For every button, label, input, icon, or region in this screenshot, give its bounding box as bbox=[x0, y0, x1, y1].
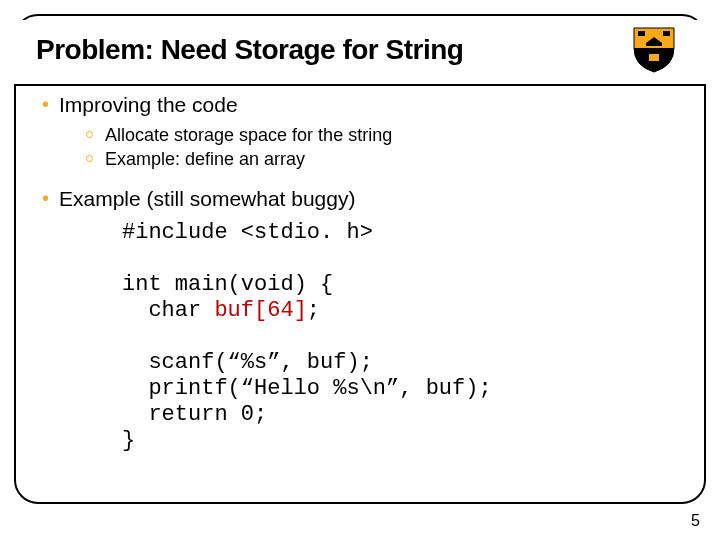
svg-rect-2 bbox=[649, 54, 659, 61]
bullet-level2: Example: define an array bbox=[86, 148, 678, 170]
bullet-text: Example (still somewhat buggy) bbox=[59, 186, 355, 212]
sub-bullet-list: Allocate storage space for the string Ex… bbox=[86, 124, 678, 170]
code-line: #include <stdio. h> bbox=[122, 220, 373, 245]
bullet-level1: • Improving the code bbox=[42, 92, 678, 118]
bullet-text: Example: define an array bbox=[105, 148, 305, 170]
code-line-suffix: ; bbox=[307, 298, 320, 323]
bullet-level2: Allocate storage space for the string bbox=[86, 124, 678, 146]
bullet-level1: • Example (still somewhat buggy) bbox=[42, 186, 678, 212]
code-highlight: buf[64] bbox=[214, 298, 306, 323]
bullet-circle-icon bbox=[86, 131, 93, 138]
bullet-text: Allocate storage space for the string bbox=[105, 124, 392, 146]
slide-frame: Problem: Need Storage for String • Impro… bbox=[14, 14, 706, 504]
code-block: #include <stdio. h> int main(void) { cha… bbox=[122, 220, 678, 454]
bullet-dot-icon: • bbox=[42, 92, 49, 116]
code-line: printf(“Hello %s\n”, buf); bbox=[122, 376, 492, 401]
code-line: return 0; bbox=[122, 402, 267, 427]
code-line: scanf(“%s”, buf); bbox=[122, 350, 373, 375]
slide-title: Problem: Need Storage for String bbox=[36, 34, 463, 66]
slide-content: • Improving the code Allocate storage sp… bbox=[42, 92, 678, 454]
bullet-dot-icon: • bbox=[42, 186, 49, 210]
page-number: 5 bbox=[691, 512, 700, 530]
svg-rect-1 bbox=[663, 31, 670, 36]
princeton-shield-icon bbox=[632, 26, 676, 74]
bullet-circle-icon bbox=[86, 155, 93, 162]
title-bar: Problem: Need Storage for String bbox=[14, 20, 706, 86]
code-line: int main(void) { bbox=[122, 272, 333, 297]
bullet-text: Improving the code bbox=[59, 92, 238, 118]
svg-rect-0 bbox=[638, 31, 645, 36]
code-line: } bbox=[122, 428, 135, 453]
code-line-prefix: char bbox=[122, 298, 214, 323]
